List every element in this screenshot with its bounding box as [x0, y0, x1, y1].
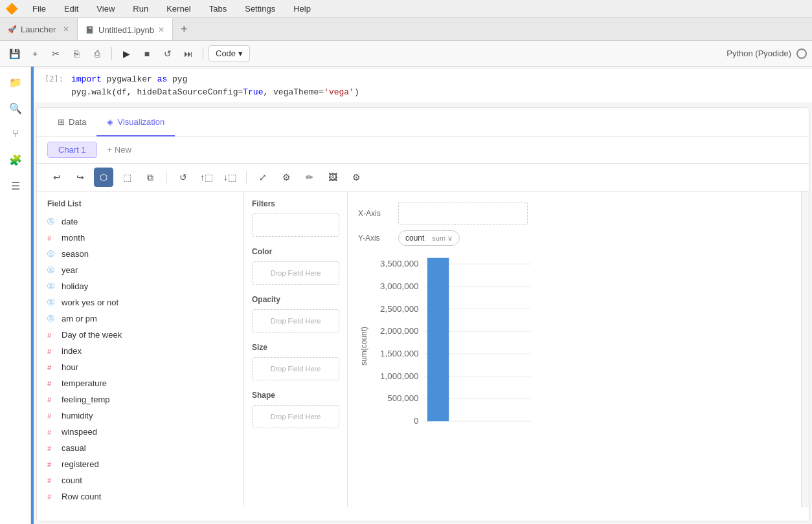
chart-svg: 3,500,000 3,000,000 2,500,000 2,000,000 … [358, 251, 791, 497]
field-month[interactable]: # month [37, 230, 243, 246]
shape-drop-zone[interactable]: Drop Field Here [252, 405, 339, 428]
paste-button[interactable]: ⎙ [88, 45, 106, 63]
menu-kernel[interactable]: Kernel [163, 3, 195, 15]
sort-desc-button[interactable]: ↓⬚ [220, 168, 240, 187]
y-label-7: 0 [414, 416, 418, 426]
menu-help[interactable]: Help [289, 3, 315, 15]
tab-notebook[interactable]: 📓 Untitled1.ipynb ✕ [78, 18, 173, 40]
season-type-icon: Ⓢ [47, 249, 56, 259]
expand-button[interactable]: ⤢ [253, 168, 273, 187]
sidebar-table-icon[interactable]: ☰ [5, 175, 26, 196]
chart-type-button[interactable]: ⬡ [94, 168, 113, 187]
field-season[interactable]: Ⓢ season [37, 246, 243, 262]
image-settings-button[interactable]: ⚙ [346, 168, 366, 187]
tab-notebook-close[interactable]: ✕ [158, 25, 164, 34]
restart-button[interactable]: ↺ [159, 45, 177, 63]
sidebar-extensions-icon[interactable]: 🧩 [5, 149, 26, 170]
cell-code[interactable]: import pygwalker as pyg pyg.walk(df, hid… [66, 69, 812, 102]
field-count[interactable]: # count [37, 472, 243, 488]
field-humidity-label: humidity [62, 411, 93, 420]
field-list-header: Field List [37, 197, 243, 211]
viz-tab-bar: ⊞ Data ◈ Visualization [37, 108, 809, 136]
field-feeling-temp[interactable]: # feeling_temp [37, 391, 243, 408]
add-chart-button[interactable]: + New [102, 142, 137, 157]
opacity-drop-zone[interactable]: Drop Field Here [252, 309, 339, 333]
save-button[interactable]: 💾 [5, 45, 23, 63]
add-cell-button[interactable]: + [26, 45, 44, 63]
cell-type-dropdown[interactable]: Code ▾ [209, 45, 250, 61]
y-axis-pill[interactable]: count sum ∨ [398, 230, 460, 246]
filters-label: Filters [252, 199, 339, 208]
menu-view[interactable]: View [93, 3, 118, 15]
field-day-of-week[interactable]: # Day of the week [37, 327, 243, 343]
field-index-label: index [62, 346, 82, 356]
field-registered-label: registered [62, 459, 99, 469]
field-row-count[interactable]: # Row count [37, 488, 243, 505]
field-casual[interactable]: # casual [37, 440, 243, 456]
y-label-1: 3,000,000 [380, 281, 418, 291]
menu-file[interactable]: File [28, 3, 50, 15]
field-date[interactable]: Ⓢ date [37, 213, 243, 230]
tab-visualization[interactable]: ◈ Visualization [96, 109, 175, 136]
main-layout: 📁 🔍 ⑂ 🧩 ☰ [2]: import pygwalker as pyg p… [0, 67, 812, 524]
brush-button[interactable]: ✏ [300, 168, 319, 187]
tab-data[interactable]: ⊞ Data [47, 109, 96, 136]
tab-launcher[interactable]: 🚀 Launcher ✕ [0, 18, 78, 40]
field-holiday[interactable]: Ⓢ holiday [37, 278, 243, 294]
field-hour[interactable]: # hour [37, 359, 243, 375]
menu-edit[interactable]: Edit [60, 3, 82, 15]
cell-type-label: Code [216, 49, 236, 58]
tab-add-button[interactable]: + [173, 18, 196, 41]
redo-button[interactable]: ↪ [71, 168, 90, 187]
select-button[interactable]: ⬚ [117, 168, 137, 187]
sort-asc-button[interactable]: ↑⬚ [197, 168, 216, 187]
temp-type-icon: # [47, 380, 56, 388]
menu-settings[interactable]: Settings [241, 3, 279, 15]
hour-type-icon: # [47, 364, 56, 371]
run-button[interactable]: ▶ [117, 45, 135, 63]
restart-run-button[interactable]: ⏭ [179, 45, 197, 63]
left-sidebar: 📁 🔍 ⑂ 🧩 ☰ [0, 67, 31, 524]
field-dow-label: Day of the week [62, 330, 122, 340]
tab-launcher-label: Launcher [21, 25, 56, 34]
layers-button[interactable]: ⧉ [141, 168, 160, 187]
launcher-icon: 🚀 [8, 25, 17, 34]
chart-settings-button[interactable]: ⚙ [276, 168, 296, 187]
field-ftemp-label: feeling_temp [62, 395, 109, 404]
x-axis-drop-zone[interactable] [398, 202, 528, 225]
field-humidity[interactable]: # humidity [37, 408, 243, 424]
undo-button[interactable]: ↩ [47, 168, 67, 187]
size-drop-zone[interactable]: Drop Field Here [252, 357, 339, 380]
field-work-yes-or-not[interactable]: Ⓢ work yes or not [37, 294, 243, 311]
kernel-status-icon [796, 49, 807, 59]
refresh-button[interactable]: ↺ [174, 168, 193, 187]
right-scrollbar[interactable] [801, 191, 809, 507]
chart-tab-1[interactable]: Chart 1 [47, 142, 97, 158]
field-am-or-pm[interactable]: Ⓢ am or pm [37, 311, 243, 327]
cut-button[interactable]: ✂ [47, 45, 65, 63]
field-registered[interactable]: # registered [37, 456, 243, 472]
sidebar-files-icon[interactable]: 📁 [5, 72, 26, 93]
filters-drop-zone[interactable] [252, 213, 339, 237]
field-year-label: year [62, 265, 78, 275]
y-label-3: 2,000,000 [380, 326, 418, 336]
field-temperature[interactable]: # temperature [37, 375, 243, 391]
field-work-label: work yes or not [62, 298, 118, 307]
image-button[interactable]: 🖼 [323, 168, 343, 187]
field-winspeed[interactable]: # winspeed [37, 424, 243, 440]
code-cell: [2]: import pygwalker as pyg pyg.walk(df… [34, 69, 812, 102]
field-index[interactable]: # index [37, 343, 243, 359]
stop-button[interactable]: ■ [138, 45, 156, 63]
field-month-label: month [62, 233, 85, 243]
field-year[interactable]: Ⓢ year [37, 262, 243, 278]
sidebar-git-icon[interactable]: ⑂ [5, 124, 26, 144]
sidebar-search-icon[interactable]: 🔍 [5, 98, 26, 118]
y-label-0: 3,500,000 [380, 259, 418, 268]
tab-launcher-close[interactable]: ✕ [63, 25, 69, 34]
casual-type-icon: # [47, 444, 56, 452]
color-drop-zone[interactable]: Drop Field Here [252, 261, 339, 285]
chart-area: X-Axis Y-Axis count sum ∨ [348, 191, 801, 507]
copy-button[interactable]: ⎘ [67, 45, 85, 63]
menu-run[interactable]: Run [129, 3, 152, 15]
menu-tabs[interactable]: Tabs [205, 3, 231, 15]
